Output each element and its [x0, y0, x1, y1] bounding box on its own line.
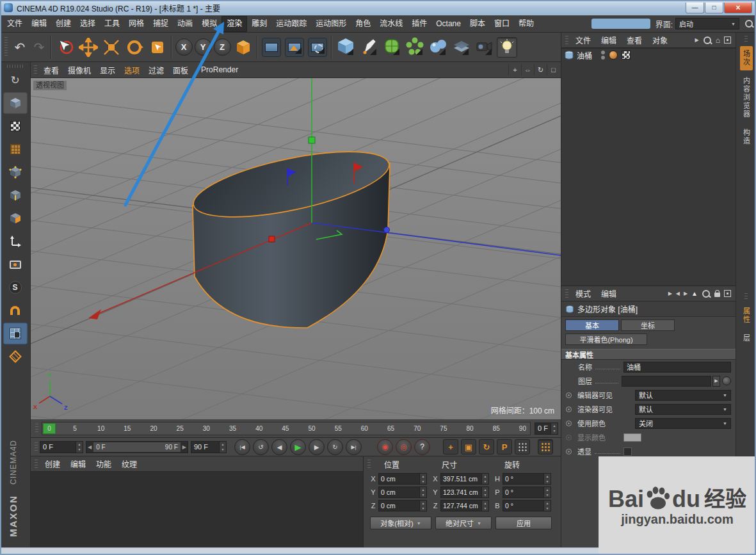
- visibility-dots[interactable]: [601, 51, 605, 60]
- titlebar[interactable]: CINEMA 4D R19.024 Studio (RC - R19) - [未…: [0, 0, 756, 15]
- redo-button[interactable]: ↷: [29, 34, 49, 61]
- layer-field[interactable]: [622, 376, 711, 387]
- metaball-button[interactable]: [426, 34, 449, 61]
- spline-pen-button[interactable]: [357, 34, 380, 61]
- am-menu-edit[interactable]: 编辑: [596, 288, 622, 299]
- menu-item-character[interactable]: 角色: [351, 16, 375, 32]
- workplane-snap-button[interactable]: [3, 346, 28, 367]
- menu-item-mograph[interactable]: 运动图形: [311, 16, 351, 32]
- stepper-up-icon[interactable]: ▲: [544, 501, 551, 506]
- stepper-up-icon[interactable]: ▲: [544, 474, 551, 479]
- viewport-rotate-icon[interactable]: ↻: [534, 64, 547, 76]
- light-button[interactable]: [495, 34, 519, 61]
- timeline-grip[interactable]: [35, 424, 38, 433]
- menu-item-motion-tracker[interactable]: 运动跟踪: [271, 16, 311, 32]
- undo-button[interactable]: ↶: [10, 34, 29, 61]
- menu-item-file[interactable]: 文件: [3, 16, 27, 32]
- record-position-button[interactable]: +: [443, 439, 458, 454]
- current-frame-field[interactable]: 0 F ▲▼: [40, 441, 83, 453]
- rotate-tool-button[interactable]: [123, 34, 146, 61]
- stepper-down-icon[interactable]: ▼: [420, 506, 426, 511]
- rot-p-stepper[interactable]: ▲▼: [543, 487, 551, 497]
- search-icon[interactable]: [744, 19, 753, 28]
- viewport-pan-icon[interactable]: +: [508, 64, 521, 76]
- tab-attributes[interactable]: 属性: [740, 303, 753, 328]
- stepper-up-icon[interactable]: ▲: [420, 487, 426, 492]
- make-editable-button[interactable]: ↻: [3, 69, 28, 91]
- pos-z-field[interactable]: 0 cm▲▼: [378, 500, 427, 511]
- tab-phong[interactable]: 平滑着色(Phong): [565, 334, 647, 345]
- size-y-field[interactable]: 123.741 cm▲▼: [440, 487, 489, 498]
- use-color-dropdown[interactable]: 关闭 ▼: [635, 418, 731, 429]
- array-button[interactable]: [403, 34, 426, 61]
- z-axis-handle[interactable]: [384, 227, 390, 233]
- menu-item-snap[interactable]: 捕捉: [149, 16, 173, 32]
- object-name[interactable]: 油桶: [577, 50, 592, 61]
- dock-frame-icon[interactable]: [724, 36, 731, 44]
- pos-z-stepper[interactable]: ▲▼: [419, 501, 426, 511]
- pos-x-field[interactable]: 0 cm▲▼: [378, 473, 427, 485]
- rot-b-field[interactable]: 0 °▲▼: [503, 500, 551, 511]
- coordinate-system-button[interactable]: [232, 34, 255, 61]
- keyframe-selection-button[interactable]: ?: [414, 439, 430, 455]
- end-frame-stepper[interactable]: ▲▼: [219, 442, 226, 453]
- stepper-up-icon[interactable]: ▲: [482, 474, 488, 479]
- rot-h-field[interactable]: 0 °▲▼: [503, 473, 551, 485]
- scale-tool-button[interactable]: [100, 34, 123, 61]
- points-mode-button[interactable]: [3, 161, 28, 183]
- render-to-picture-viewer-button[interactable]: [283, 34, 306, 61]
- material-menu-texture[interactable]: 纹理: [117, 458, 142, 469]
- om-menu-view[interactable]: 查看: [622, 35, 647, 45]
- maximize-button[interactable]: □: [705, 3, 723, 13]
- menu-item-render[interactable]: 渲染: [221, 16, 247, 32]
- viewport-menu-panel[interactable]: 面板: [168, 65, 193, 76]
- pos-x-stepper[interactable]: ▲▼: [419, 474, 426, 484]
- parent-up-icon[interactable]: ▲: [691, 290, 698, 297]
- polygons-mode-button[interactable]: [3, 207, 28, 229]
- dock-frame-icon[interactable]: [724, 290, 731, 297]
- stepper-up-icon[interactable]: ▲: [420, 501, 426, 506]
- play-button[interactable]: ▶: [290, 439, 306, 455]
- viewport-menu-options[interactable]: 选项: [120, 65, 144, 76]
- keyframe-grid-button[interactable]: [538, 439, 553, 454]
- stepper-down-icon[interactable]: ▼: [220, 447, 226, 453]
- toolbar-grip[interactable]: [4, 37, 8, 58]
- size-y-stepper[interactable]: ▲▼: [481, 487, 488, 497]
- rot-p-field[interactable]: 0 °▲▼: [503, 487, 551, 498]
- next-key-button[interactable]: ↻: [327, 439, 343, 455]
- stepper-up-icon[interactable]: ▲: [551, 423, 558, 429]
- om-menu-file[interactable]: 文件: [570, 35, 596, 45]
- om-menu-edit[interactable]: 编辑: [596, 35, 622, 45]
- edges-mode-button[interactable]: [3, 184, 28, 206]
- stepper-down-icon[interactable]: ▼: [482, 492, 488, 497]
- tab-content-browser[interactable]: 内容浏览器: [740, 73, 753, 122]
- subdivision-surface-button[interactable]: [380, 34, 403, 61]
- menu-overflow-icon[interactable]: ▶: [695, 37, 699, 43]
- size-x-stepper[interactable]: ▲▼: [481, 474, 488, 484]
- layer-browse-button[interactable]: ▶: [712, 376, 720, 387]
- history-forward-icon[interactable]: ▶: [684, 291, 688, 296]
- stepper-down-icon[interactable]: ▼: [76, 447, 83, 453]
- tab-takes[interactable]: 场次: [740, 46, 753, 70]
- menu-item-sculpt[interactable]: 雕刻: [247, 16, 271, 32]
- viewport-menu-display[interactable]: 显示: [95, 65, 120, 76]
- texture-mode-button[interactable]: [3, 115, 28, 137]
- stepper-down-icon[interactable]: ▼: [420, 479, 426, 484]
- lock-y-axis-button[interactable]: Y: [193, 34, 213, 61]
- viewport-solo-button[interactable]: [3, 253, 28, 275]
- last-used-tool-button[interactable]: [146, 34, 169, 61]
- playback-grip[interactable]: [35, 442, 38, 451]
- stepper-down-icon[interactable]: ▼: [482, 506, 488, 511]
- goto-start-button[interactable]: |◀: [234, 439, 250, 455]
- object-manager-grip[interactable]: [565, 36, 568, 45]
- interface-dropdown[interactable]: 启动 ▼: [675, 18, 739, 29]
- editor-visibility-dropdown[interactable]: 默认 ▼: [635, 390, 731, 401]
- preview-range-slider[interactable]: ◀ 0 F 90 F ▶: [86, 441, 188, 453]
- range-right-icon[interactable]: ▶: [181, 444, 188, 450]
- viewport-menu-filter[interactable]: 过滤: [144, 65, 168, 76]
- display-color-swatch[interactable]: [623, 433, 641, 442]
- home-icon[interactable]: ⌂: [716, 36, 720, 45]
- lock-icon[interactable]: [714, 293, 720, 297]
- search-icon[interactable]: [703, 36, 712, 45]
- prev-key-button[interactable]: ↺: [253, 439, 269, 455]
